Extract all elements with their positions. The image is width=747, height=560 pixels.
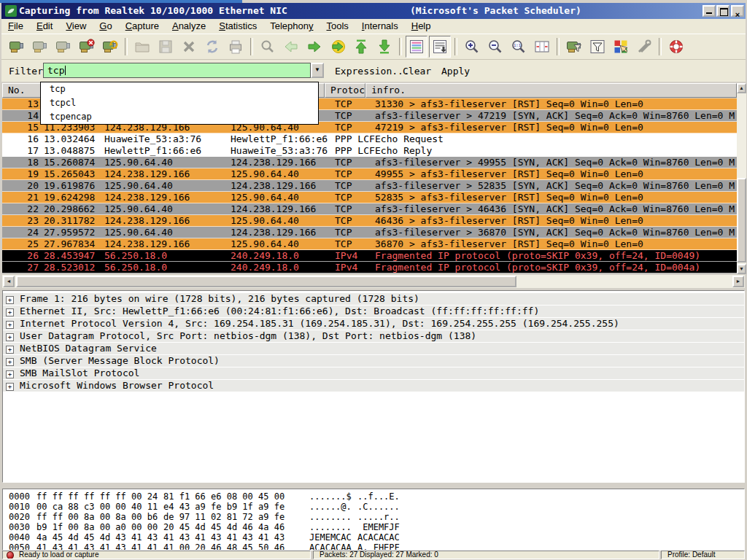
interfaces-icon[interactable] bbox=[6, 36, 28, 58]
packet-row[interactable]: 2320.311782124.238.129.166125.90.64.40TC… bbox=[2, 215, 737, 227]
zoom-in-icon[interactable] bbox=[461, 36, 483, 58]
packet-row[interactable]: 2728.52301256.250.18.0240.249.18.0IPv4Fr… bbox=[2, 262, 737, 273]
detail-line[interactable]: +NetBIOS Datagram Service bbox=[3, 343, 744, 355]
filter-input[interactable]: tcp bbox=[43, 63, 311, 78]
filter-autocomplete-item[interactable]: tcpencap bbox=[41, 110, 318, 124]
packet-row[interactable]: 2427.959572125.90.64.40124.238.129.166TC… bbox=[2, 227, 737, 238]
hscrollbar-thumb[interactable] bbox=[16, 276, 516, 287]
menu-item-analyze[interactable]: Analyze bbox=[166, 19, 212, 34]
expand-icon[interactable]: + bbox=[6, 333, 14, 341]
resize-columns-icon[interactable] bbox=[531, 36, 553, 58]
toolbar-separator bbox=[125, 38, 128, 55]
goto-top-icon[interactable] bbox=[350, 36, 372, 58]
zoom-out-icon[interactable] bbox=[484, 36, 506, 58]
colorize-icon[interactable] bbox=[406, 36, 427, 58]
display-filter-icon[interactable] bbox=[587, 36, 608, 58]
maximize-button[interactable] bbox=[716, 5, 729, 17]
goto-bottom-icon[interactable] bbox=[374, 36, 395, 58]
find-icon[interactable] bbox=[257, 36, 279, 58]
close-file-icon[interactable] bbox=[178, 36, 200, 58]
capture-start-icon[interactable] bbox=[53, 36, 74, 58]
menu-item-go[interactable]: Go bbox=[93, 19, 118, 34]
status-profile-section[interactable]: Profile: Default bbox=[661, 551, 745, 559]
titlebar[interactable]: Capturing from Realtek 10/100/1000 Ether… bbox=[1, 3, 746, 19]
hex-row[interactable]: 00404a 45 4d 45 4d 43 41 4341 43 41 43 4… bbox=[3, 532, 744, 542]
vscrollbar-thumb[interactable] bbox=[737, 178, 746, 262]
expand-icon[interactable]: + bbox=[6, 358, 14, 366]
autoscroll-icon[interactable] bbox=[429, 36, 451, 58]
hex-row[interactable]: 0020ff ff 00 8a 00 8a 00 b6de 97 11 02 8… bbox=[3, 512, 744, 522]
preferences-icon[interactable] bbox=[633, 36, 655, 58]
scroll-right-arrow[interactable]: ► bbox=[732, 276, 744, 287]
capture-filter-icon[interactable] bbox=[563, 36, 585, 58]
filter-autocomplete-item[interactable]: tcp bbox=[41, 82, 318, 96]
packet-row[interactable]: 1613.032464HuaweiTe_53:a3:76HewlettP_f1:… bbox=[2, 133, 737, 145]
help-icon[interactable] bbox=[665, 36, 687, 58]
column-header-no[interactable]: No. bbox=[2, 83, 42, 98]
filter-autocomplete-dropdown: tcptcpcltcpencap bbox=[40, 82, 319, 125]
detail-line[interactable]: +SMB (Server Message Block Protocol) bbox=[3, 355, 744, 368]
menu-item-tools[interactable]: Tools bbox=[320, 19, 355, 34]
expand-icon[interactable]: + bbox=[6, 308, 14, 316]
detail-line[interactable]: +Microsoft Windows Browser Protocol bbox=[3, 380, 744, 392]
capture-restart-icon[interactable] bbox=[99, 36, 121, 58]
close-button[interactable]: × bbox=[731, 5, 744, 17]
expand-icon[interactable]: + bbox=[6, 321, 14, 329]
hex-row[interactable]: 005041 43 41 43 41 43 41 4141 00 20 46 4… bbox=[3, 542, 744, 551]
detail-line-text: Ethernet II, Src: HewlettP_f1:66:e6 (00:… bbox=[20, 306, 539, 316]
reload-icon[interactable] bbox=[201, 36, 223, 58]
packet-row[interactable]: 2220.298662125.90.64.40124.238.129.166TC… bbox=[2, 203, 737, 215]
menu-item-edit[interactable]: Edit bbox=[30, 19, 59, 34]
packet-row[interactable]: 1815.260874125.90.64.40124.238.129.166TC… bbox=[2, 157, 737, 168]
packet-list-vscrollbar[interactable]: ▲ ▼ bbox=[737, 83, 746, 274]
save-file-icon[interactable] bbox=[155, 36, 177, 58]
packet-row[interactable]: 1713.048875HewlettP_f1:66:e6HuaweiTe_53:… bbox=[2, 145, 737, 157]
menu-item-help[interactable]: Help bbox=[405, 19, 438, 34]
capture-stop-icon[interactable] bbox=[76, 36, 98, 58]
expression-button[interactable]: Expression... bbox=[335, 63, 409, 79]
detail-line[interactable]: +Internet Protocol Version 4, Src: 169.2… bbox=[3, 318, 744, 330]
hex-row[interactable]: 0030b9 1f 00 8a 00 a0 00 0020 45 4d 45 4… bbox=[3, 522, 744, 532]
menu-item-telephony[interactable]: Telephony bbox=[263, 19, 320, 34]
detail-line[interactable]: +User Datagram Protocol, Src Port: netbi… bbox=[3, 330, 744, 343]
go-forward-icon[interactable] bbox=[303, 36, 325, 58]
packet-row[interactable]: 2119.624298124.238.129.166125.90.64.40TC… bbox=[2, 192, 737, 203]
goto-packet-icon[interactable] bbox=[327, 36, 349, 58]
expand-icon[interactable]: + bbox=[6, 346, 14, 354]
packet-row[interactable]: 1915.265043124.238.129.166125.90.64.40TC… bbox=[2, 168, 737, 180]
capture-options-icon[interactable] bbox=[29, 36, 51, 58]
packet-row[interactable]: 2628.45394756.250.18.0240.249.18.0IPv4Fr… bbox=[2, 250, 737, 262]
expand-icon[interactable]: + bbox=[6, 383, 14, 391]
minimize-button[interactable] bbox=[703, 5, 716, 17]
packet-row[interactable]: 2527.967834124.238.129.166125.90.64.40TC… bbox=[2, 238, 737, 250]
filter-dropdown-button[interactable]: ▼ bbox=[311, 63, 324, 78]
scroll-up-arrow[interactable]: ▲ bbox=[737, 83, 746, 93]
zoom-100-icon[interactable]: 1:1 bbox=[508, 36, 530, 58]
detail-line[interactable]: +Ethernet II, Src: HewlettP_f1:66:e6 (00… bbox=[3, 306, 744, 318]
print-icon[interactable] bbox=[225, 36, 247, 58]
hex-row[interactable]: 001000 ca 88 c3 00 00 40 11e4 43 a9 fe b… bbox=[3, 502, 744, 512]
scroll-left-arrow[interactable]: ◄ bbox=[3, 276, 15, 287]
menu-item-view[interactable]: View bbox=[59, 19, 93, 34]
hex-row[interactable]: 0000ff ff ff ff ff ff 00 2481 f1 66 e6 0… bbox=[3, 491, 744, 502]
packet-row[interactable]: 2019.619876125.90.64.40124.238.129.166TC… bbox=[2, 180, 737, 192]
scroll-down-arrow[interactable]: ▼ bbox=[737, 264, 746, 274]
menu-item-capture[interactable]: Capture bbox=[119, 19, 166, 34]
expand-icon[interactable]: + bbox=[6, 370, 14, 378]
column-header-info[interactable]: infro. bbox=[365, 83, 737, 98]
open-file-icon[interactable] bbox=[131, 36, 153, 58]
column-header-protocol[interactable]: Protocol bbox=[325, 83, 365, 98]
expand-icon[interactable]: + bbox=[6, 296, 14, 304]
coloring-rules-icon[interactable] bbox=[610, 36, 632, 58]
packet-list-hscrollbar[interactable]: ◄ ► bbox=[2, 275, 745, 288]
clear-button[interactable]: Clear bbox=[403, 63, 431, 79]
filter-autocomplete-item[interactable]: tcpcl bbox=[41, 96, 318, 110]
go-back-icon[interactable] bbox=[280, 36, 302, 58]
expert-info-icon[interactable] bbox=[7, 551, 14, 559]
apply-button[interactable]: Apply bbox=[441, 63, 470, 79]
menu-item-internals[interactable]: Internals bbox=[355, 19, 405, 34]
menu-item-file[interactable]: File bbox=[1, 19, 30, 34]
menu-item-statistics[interactable]: Statistics bbox=[212, 19, 263, 34]
detail-line[interactable]: +Frame 1: 216 bytes on wire (1728 bits),… bbox=[3, 293, 744, 306]
detail-line[interactable]: +SMB MailSlot Protocol bbox=[3, 368, 744, 380]
